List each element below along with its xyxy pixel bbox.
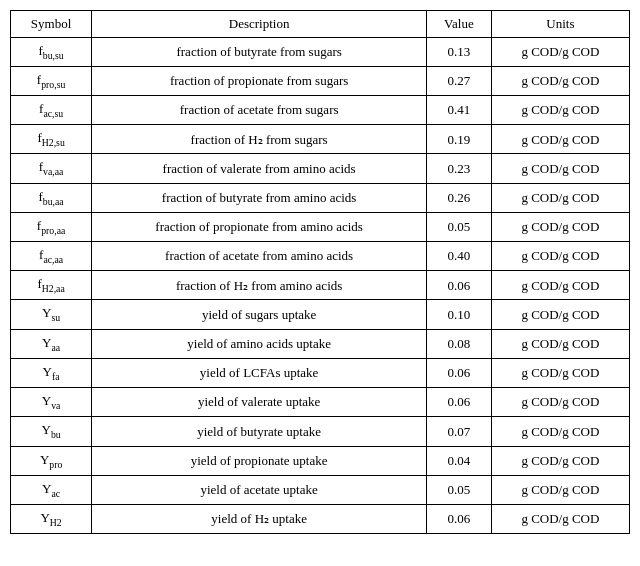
cell-value: 0.41 xyxy=(427,95,492,124)
table-row: Yvayield of valerate uptake0.06g COD/g C… xyxy=(11,388,630,417)
cell-value: 0.06 xyxy=(427,505,492,534)
cell-value: 0.06 xyxy=(427,388,492,417)
cell-value: 0.07 xyxy=(427,417,492,446)
cell-symbol: fbu,aa xyxy=(11,183,92,212)
cell-value: 0.26 xyxy=(427,183,492,212)
col-header-description: Description xyxy=(92,11,427,38)
table-row: Ysuyield of sugars uptake0.10g COD/g COD xyxy=(11,300,630,329)
table-row: fbu,sufraction of butyrate from sugars0.… xyxy=(11,37,630,66)
cell-symbol: Yva xyxy=(11,388,92,417)
cell-value: 0.06 xyxy=(427,358,492,387)
cell-symbol: fac,aa xyxy=(11,242,92,271)
cell-value: 0.27 xyxy=(427,66,492,95)
cell-description: yield of amino acids uptake xyxy=(92,329,427,358)
table-header-row: Symbol Description Value Units xyxy=(11,11,630,38)
cell-value: 0.06 xyxy=(427,271,492,300)
table-row: Yproyield of propionate uptake0.04g COD/… xyxy=(11,446,630,475)
cell-symbol: YH2 xyxy=(11,505,92,534)
cell-symbol: fpro,su xyxy=(11,66,92,95)
table-row: fac,aafraction of acetate from amino aci… xyxy=(11,242,630,271)
table-row: fbu,aafraction of butyrate from amino ac… xyxy=(11,183,630,212)
col-header-units: Units xyxy=(491,11,629,38)
cell-units: g COD/g COD xyxy=(491,212,629,241)
cell-units: g COD/g COD xyxy=(491,358,629,387)
cell-symbol: fva,aa xyxy=(11,154,92,183)
cell-symbol: fpro,aa xyxy=(11,212,92,241)
cell-description: fraction of butyrate from sugars xyxy=(92,37,427,66)
table-row: fH2,sufraction of H₂ from sugars0.19g CO… xyxy=(11,125,630,154)
cell-units: g COD/g COD xyxy=(491,417,629,446)
cell-description: fraction of valerate from amino acids xyxy=(92,154,427,183)
cell-symbol: Yac xyxy=(11,475,92,504)
cell-description: yield of acetate uptake xyxy=(92,475,427,504)
table-row: fva,aafraction of valerate from amino ac… xyxy=(11,154,630,183)
col-header-symbol: Symbol xyxy=(11,11,92,38)
cell-description: yield of butyrate uptake xyxy=(92,417,427,446)
cell-value: 0.05 xyxy=(427,475,492,504)
cell-units: g COD/g COD xyxy=(491,125,629,154)
cell-units: g COD/g COD xyxy=(491,271,629,300)
cell-description: fraction of propionate from amino acids xyxy=(92,212,427,241)
cell-symbol: Ybu xyxy=(11,417,92,446)
cell-description: fraction of H₂ from sugars xyxy=(92,125,427,154)
cell-symbol: Ysu xyxy=(11,300,92,329)
cell-units: g COD/g COD xyxy=(491,388,629,417)
cell-units: g COD/g COD xyxy=(491,300,629,329)
cell-description: fraction of butyrate from amino acids xyxy=(92,183,427,212)
table-row: Ybuyield of butyrate uptake0.07g COD/g C… xyxy=(11,417,630,446)
table-row: Yacyield of acetate uptake0.05g COD/g CO… xyxy=(11,475,630,504)
table-row: Yfayield of LCFAs uptake0.06g COD/g COD xyxy=(11,358,630,387)
cell-value: 0.05 xyxy=(427,212,492,241)
cell-description: fraction of acetate from amino acids xyxy=(92,242,427,271)
table-row: YH2yield of H₂ uptake0.06g COD/g COD xyxy=(11,505,630,534)
cell-value: 0.08 xyxy=(427,329,492,358)
cell-value: 0.10 xyxy=(427,300,492,329)
table-row: fH2,aafraction of H₂ from amino acids0.0… xyxy=(11,271,630,300)
cell-units: g COD/g COD xyxy=(491,95,629,124)
cell-symbol: fac,su xyxy=(11,95,92,124)
cell-description: yield of sugars uptake xyxy=(92,300,427,329)
cell-description: yield of H₂ uptake xyxy=(92,505,427,534)
cell-units: g COD/g COD xyxy=(491,37,629,66)
cell-description: fraction of acetate from sugars xyxy=(92,95,427,124)
cell-units: g COD/g COD xyxy=(491,154,629,183)
col-header-value: Value xyxy=(427,11,492,38)
cell-value: 0.13 xyxy=(427,37,492,66)
cell-value: 0.23 xyxy=(427,154,492,183)
cell-units: g COD/g COD xyxy=(491,66,629,95)
cell-symbol: fH2,aa xyxy=(11,271,92,300)
cell-symbol: fH2,su xyxy=(11,125,92,154)
cell-value: 0.19 xyxy=(427,125,492,154)
cell-units: g COD/g COD xyxy=(491,242,629,271)
cell-description: yield of propionate uptake xyxy=(92,446,427,475)
table-row: fpro,sufraction of propionate from sugar… xyxy=(11,66,630,95)
cell-symbol: fbu,su xyxy=(11,37,92,66)
cell-symbol: Yfa xyxy=(11,358,92,387)
cell-description: yield of LCFAs uptake xyxy=(92,358,427,387)
cell-description: fraction of propionate from sugars xyxy=(92,66,427,95)
cell-symbol: Ypro xyxy=(11,446,92,475)
cell-value: 0.04 xyxy=(427,446,492,475)
table-row: fac,sufraction of acetate from sugars0.4… xyxy=(11,95,630,124)
cell-units: g COD/g COD xyxy=(491,446,629,475)
cell-units: g COD/g COD xyxy=(491,505,629,534)
parameters-table: Symbol Description Value Units fbu,sufra… xyxy=(10,10,630,534)
cell-units: g COD/g COD xyxy=(491,183,629,212)
cell-units: g COD/g COD xyxy=(491,329,629,358)
cell-symbol: Yaa xyxy=(11,329,92,358)
cell-value: 0.40 xyxy=(427,242,492,271)
cell-units: g COD/g COD xyxy=(491,475,629,504)
table-row: fpro,aafraction of propionate from amino… xyxy=(11,212,630,241)
cell-description: yield of valerate uptake xyxy=(92,388,427,417)
cell-description: fraction of H₂ from amino acids xyxy=(92,271,427,300)
table-row: Yaayield of amino acids uptake0.08g COD/… xyxy=(11,329,630,358)
